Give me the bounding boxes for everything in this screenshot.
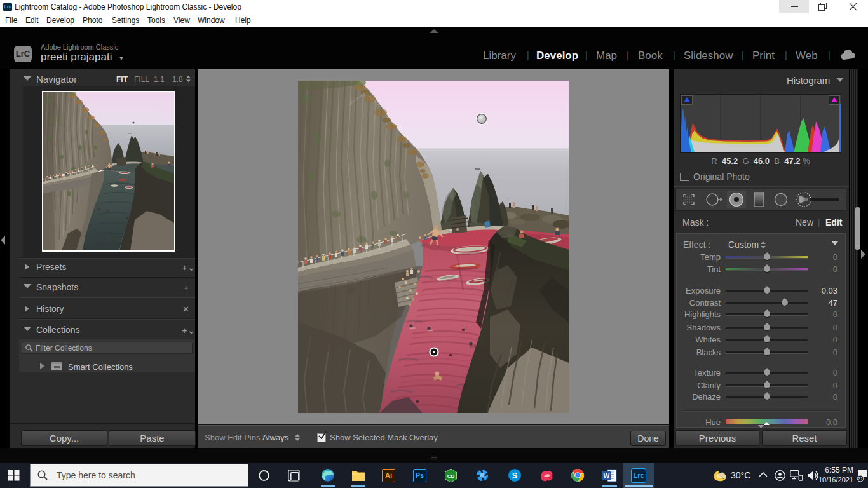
svg-text:W: W xyxy=(604,473,610,480)
svg-text:CD: CD xyxy=(447,473,455,479)
svg-text:S: S xyxy=(512,471,518,480)
svg-text:21: 21 xyxy=(858,477,863,481)
